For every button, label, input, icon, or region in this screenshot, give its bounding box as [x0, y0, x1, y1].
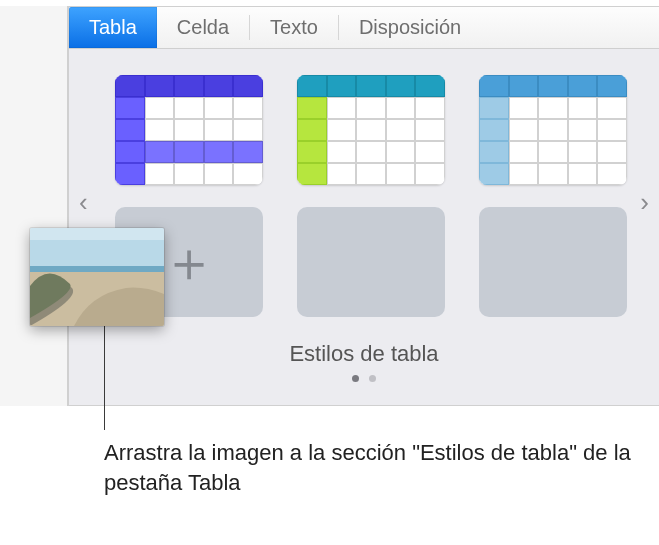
table-style-thumb[interactable]: [297, 75, 445, 185]
table-style-thumb[interactable]: [479, 75, 627, 185]
chevron-right-icon: ›: [640, 187, 649, 217]
callout-text: Arrastra la imagen a la sección "Estilos…: [104, 438, 647, 497]
plus-icon: ＋: [161, 234, 217, 290]
table-style-placeholder: [479, 207, 627, 317]
svg-rect-3: [30, 228, 164, 240]
section-title: Estilos de tabla: [115, 341, 613, 367]
page-dot[interactable]: [352, 375, 359, 382]
dragged-image-thumbnail[interactable]: [30, 228, 164, 326]
tab-label: Texto: [270, 16, 318, 39]
page-dots: [115, 375, 613, 382]
tab-label: Celda: [177, 16, 229, 39]
styles-row-1: [115, 75, 613, 185]
styles-row-2: ＋: [115, 207, 613, 317]
beach-image-icon: [30, 228, 164, 326]
table-styles-section: ‹ ›: [69, 49, 659, 405]
left-gutter: [0, 6, 68, 406]
tab-label: Disposición: [359, 16, 461, 39]
table-style-placeholder: [297, 207, 445, 317]
tab-tabla[interactable]: Tabla: [69, 7, 157, 48]
tab-disposicion[interactable]: Disposición: [339, 7, 481, 48]
format-panel: Tabla Celda Texto Disposición ‹ ›: [68, 6, 659, 406]
styles-prev-button[interactable]: ‹: [79, 187, 88, 218]
styles-next-button[interactable]: ›: [640, 187, 649, 218]
table-style-thumb[interactable]: [115, 75, 263, 185]
tab-celda[interactable]: Celda: [157, 7, 249, 48]
page-dot[interactable]: [369, 375, 376, 382]
tab-texto[interactable]: Texto: [250, 7, 338, 48]
callout-leader-line: [104, 326, 105, 430]
tab-bar: Tabla Celda Texto Disposición: [69, 7, 659, 49]
chevron-left-icon: ‹: [79, 187, 88, 217]
tab-label: Tabla: [89, 16, 137, 39]
